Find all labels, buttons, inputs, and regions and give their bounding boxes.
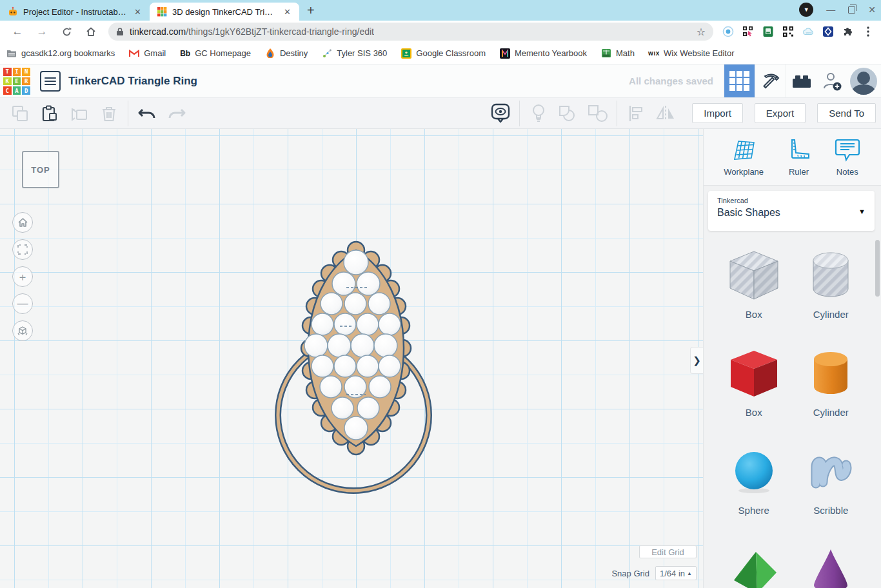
bookmarks-folder-icon <box>6 48 17 59</box>
bookmark-google-classroom[interactable]: Google Classroom <box>401 48 486 59</box>
browser-menu-circle-button[interactable]: ▼ <box>799 3 813 17</box>
send-to-button[interactable]: Send To <box>817 103 876 123</box>
shape-sphere[interactable]: Sphere <box>715 444 793 542</box>
bookmark-label: gcasdk12.org bookmarks <box>21 48 115 58</box>
show-all-icon[interactable] <box>488 101 513 126</box>
library-selected: Basic Shapes <box>717 207 866 219</box>
design-canvas[interactable]: TOP ＋ — <box>0 129 703 588</box>
green-doc-icon[interactable] <box>762 26 774 37</box>
shape-label: Sphere <box>738 505 769 516</box>
home-icon[interactable] <box>82 23 100 41</box>
browser-tab-strip: Project Editor - Instructables ✕ 3D desi… <box>0 0 881 21</box>
undo-icon[interactable] <box>135 101 159 126</box>
qr-scan-cursor-icon[interactable] <box>742 26 754 37</box>
bookmarks-bar: gcasdk12.org bookmarks Gmail Bb GC Homep… <box>0 43 881 64</box>
bookmark-folder[interactable]: gcasdk12.org bookmarks <box>6 48 115 59</box>
ruler-tool[interactable]: Ruler <box>786 137 811 177</box>
destiny-flame-icon <box>265 48 275 59</box>
shape-cylinder-hole[interactable]: Cylinder <box>793 248 870 346</box>
screen-capture-icon[interactable] <box>722 26 734 37</box>
window-restore-button[interactable] <box>848 6 855 14</box>
snap-grid-value: 1/64 in <box>660 569 685 578</box>
tab-project-editor[interactable]: Project Editor - Instructables ✕ <box>0 3 150 21</box>
shape-label: Cylinder <box>813 309 849 320</box>
puzzle-extensions-icon[interactable] <box>842 26 854 37</box>
lightbulb-icon[interactable] <box>526 101 551 126</box>
address-bar[interactable]: tinkercad.com/things/1gkY62BtjZT-tinkerc… <box>108 23 713 41</box>
cylinder-hole-icon <box>803 248 858 303</box>
bookmark-tyler-sis[interactable]: Tyler SIS 360 <box>322 48 387 59</box>
shape-roof[interactable] <box>715 542 793 588</box>
invite-collaborator-button[interactable] <box>817 64 847 97</box>
tool-label: Workplane <box>724 167 764 177</box>
window-minimize-button[interactable]: — <box>826 5 835 15</box>
bookmark-star-icon[interactable]: ☆ <box>697 26 706 38</box>
export-button[interactable]: Export <box>755 103 806 123</box>
bookmark-label: Math <box>616 48 635 58</box>
delete-icon[interactable] <box>97 101 121 126</box>
workplane-tool[interactable]: Workplane <box>724 137 764 177</box>
shape-box-solid[interactable]: Box <box>715 346 793 444</box>
panel-scrollbar[interactable] <box>875 240 880 297</box>
back-icon[interactable]: ← <box>8 23 26 41</box>
reload-icon[interactable] <box>57 23 75 41</box>
bookmark-label: Destiny <box>280 48 308 58</box>
snap-grid-dropdown[interactable]: 1/64 in ▲ <box>655 566 697 580</box>
shape-cone[interactable] <box>793 542 870 588</box>
ring-design-object[interactable] <box>0 129 703 588</box>
shape-label: Scribble <box>813 505 848 516</box>
group-icon[interactable] <box>556 101 580 126</box>
classroom-icon <box>401 48 411 59</box>
instructables-robot-icon <box>8 6 18 17</box>
shape-cylinder-solid[interactable]: Cylinder <box>793 346 870 444</box>
shapes-panel: Workplane Ruler Notes Tinkercad Basic Sh… <box>703 129 881 588</box>
align-icon[interactable] <box>624 101 648 126</box>
svg-text:word: word <box>806 31 811 34</box>
blocks-view-button[interactable] <box>724 64 755 97</box>
mirror-icon[interactable] <box>653 101 678 126</box>
ungroup-icon[interactable] <box>586 101 610 126</box>
duplicate-icon[interactable] <box>67 101 92 126</box>
bookmark-gmail[interactable]: Gmail <box>129 48 166 59</box>
roof-icon <box>726 542 782 588</box>
shape-library-dropdown[interactable]: Tinkercad Basic Shapes ▼ <box>708 191 875 231</box>
bookmark-wix[interactable]: wıx Wix Website Editor <box>649 48 735 59</box>
workplane-icon <box>729 137 758 163</box>
import-button[interactable]: Import <box>692 103 743 123</box>
shape-label: Box <box>746 309 762 320</box>
word-cloud-icon[interactable]: word <box>802 26 814 37</box>
shape-scribble[interactable]: Scribble <box>793 444 870 542</box>
redo-icon[interactable] <box>164 101 189 126</box>
extensions-row: word <box>722 26 874 37</box>
bookmark-destiny[interactable]: Destiny <box>265 48 308 59</box>
kebab-menu-icon[interactable] <box>862 26 874 37</box>
new-tab-button[interactable]: + <box>307 3 315 18</box>
edit-grid-button[interactable]: Edit Grid <box>639 545 697 558</box>
wix-icon: wıx <box>649 48 659 59</box>
shape-box-hole[interactable]: Box <box>715 248 793 346</box>
notes-tool[interactable]: Notes <box>834 137 861 177</box>
tab-close-icon[interactable]: ✕ <box>132 7 143 17</box>
avatar[interactable] <box>850 68 877 95</box>
forward-icon[interactable]: → <box>33 23 51 41</box>
tab-tinkercad-design[interactable]: 3D design TinkerCAD Triangle Ri ✕ <box>150 3 299 21</box>
pickaxe-icon <box>761 72 780 91</box>
bookmark-math[interactable]: Math <box>601 48 635 59</box>
paste-icon[interactable] <box>37 101 62 126</box>
bookmark-gc-homepage[interactable]: Bb GC Homepage <box>180 48 251 59</box>
notes-icon <box>834 137 861 163</box>
bookmark-memento[interactable]: Memento Yearbook <box>500 48 587 59</box>
tinkercad-logo[interactable]: TIN KER CAD <box>3 67 31 95</box>
panel-collapse-handle[interactable]: ❯ <box>690 347 703 374</box>
qr-code-icon[interactable] <box>782 26 794 37</box>
minecraft-export-button[interactable] <box>755 64 786 97</box>
lego-export-button[interactable] <box>786 64 817 97</box>
shield-diamond-icon[interactable] <box>822 26 834 37</box>
copy-icon[interactable] <box>8 101 32 126</box>
gmail-icon <box>129 48 139 59</box>
window-close-button[interactable]: ✕ <box>868 5 876 15</box>
design-properties-icon[interactable] <box>40 71 61 92</box>
bookmark-label: Gmail <box>144 48 166 58</box>
tab-close-icon[interactable]: ✕ <box>282 7 293 17</box>
brick-icon <box>791 74 812 89</box>
